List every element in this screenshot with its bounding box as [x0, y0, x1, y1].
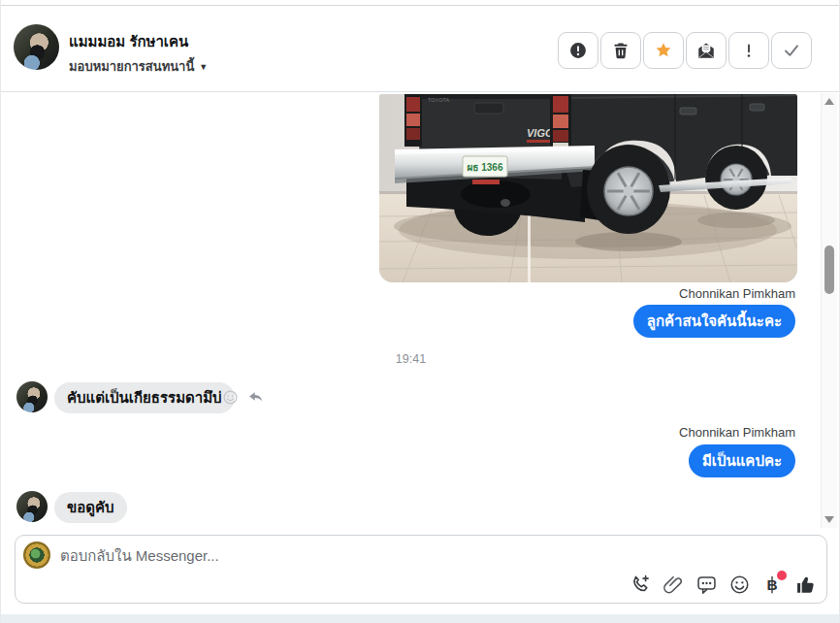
license-plate-text: ผธ 1366 — [468, 162, 503, 173]
assign-conversation-dropdown[interactable]: มอบหมายการสนทนานี้ ▼ — [69, 56, 208, 77]
contact-name: แมมมอม รักษาเคน — [69, 30, 188, 53]
reply-composer: B — [15, 535, 827, 604]
reply-arrow-icon[interactable] — [247, 389, 264, 406]
photo-decal-text: VIGO — [527, 127, 554, 139]
mark-done-button[interactable] — [771, 32, 812, 69]
vehicle-photo: TOYOTA VIGO ผธ 1366 — [379, 94, 797, 282]
composer-icon-row: B — [630, 574, 817, 596]
page-avatar — [23, 541, 50, 569]
chat-bubble-icon — [695, 574, 718, 596]
message-bubble-incoming[interactable]: ขอดูคับ — [54, 492, 127, 523]
exclamation-icon — [739, 41, 759, 60]
exclamation-circle-icon — [568, 41, 588, 60]
conversation-header: แมมมอม รักษาเคน มอบหมายการสนทนานี้ ▼ — [1, 6, 839, 92]
check-icon — [782, 41, 801, 60]
payment-button[interactable]: B — [761, 574, 784, 596]
message-avatar[interactable] — [16, 491, 48, 522]
thumbs-up-icon — [794, 574, 817, 596]
notification-dot — [777, 571, 787, 580]
message-bubble-outgoing[interactable]: มีเป็นแคปคะ — [689, 444, 795, 477]
assign-conversation-label: มอบหมายการสนทนานี้ — [69, 56, 194, 77]
phone-plus-icon — [630, 574, 652, 596]
mark-unread-envelope-icon — [696, 41, 716, 60]
bottom-strip — [1, 614, 839, 623]
react-emoji-icon[interactable] — [222, 389, 239, 406]
sender-name-label: Chonnikan Pimkham — [679, 425, 795, 440]
timestamp: 19:41 — [1, 352, 821, 366]
smiley-icon — [728, 574, 751, 596]
contact-avatar[interactable] — [14, 24, 59, 70]
scrollbar-down-arrow[interactable] — [824, 516, 834, 523]
follow-up-button[interactable] — [643, 32, 684, 69]
scrollbar-thumb[interactable] — [824, 246, 834, 294]
trash-icon — [611, 41, 630, 60]
report-button[interactable] — [558, 32, 598, 69]
attach-file-button[interactable] — [662, 574, 685, 596]
scrollbar-track[interactable] — [821, 93, 837, 528]
message-actions — [222, 389, 264, 406]
message-bubble-outgoing[interactable]: ลูกค้าสนใจคันนี้นะคะ — [633, 305, 795, 338]
conversation-toolbar — [558, 32, 812, 69]
paperclip-icon — [662, 574, 685, 596]
photo-brand-text: TOYOTA — [428, 97, 449, 103]
saved-replies-button[interactable] — [695, 574, 718, 596]
chevron-down-icon: ▼ — [199, 62, 208, 72]
priority-button[interactable] — [728, 32, 769, 69]
emoji-button[interactable] — [728, 574, 751, 596]
reply-input[interactable] — [60, 541, 623, 569]
like-button[interactable] — [794, 574, 817, 596]
message-avatar[interactable] — [16, 381, 48, 412]
messenger-inbox-window: แมมมอม รักษาเคน มอบหมายการสนทนานี้ ▼ — [0, 0, 840, 623]
delete-button[interactable] — [600, 32, 641, 69]
message-bubble-incoming[interactable]: คับแต่เป็นเกียธรรมดามึบ่ — [54, 382, 235, 413]
mark-unread-button[interactable] — [686, 32, 727, 69]
scrollbar-up-arrow[interactable] — [824, 98, 834, 105]
create-call-link-button[interactable] — [630, 574, 652, 596]
attached-photo-message[interactable]: TOYOTA VIGO ผธ 1366 — [379, 94, 797, 282]
sender-name-label: Chonnikan Pimkham — [679, 286, 795, 301]
star-icon — [654, 41, 673, 60]
